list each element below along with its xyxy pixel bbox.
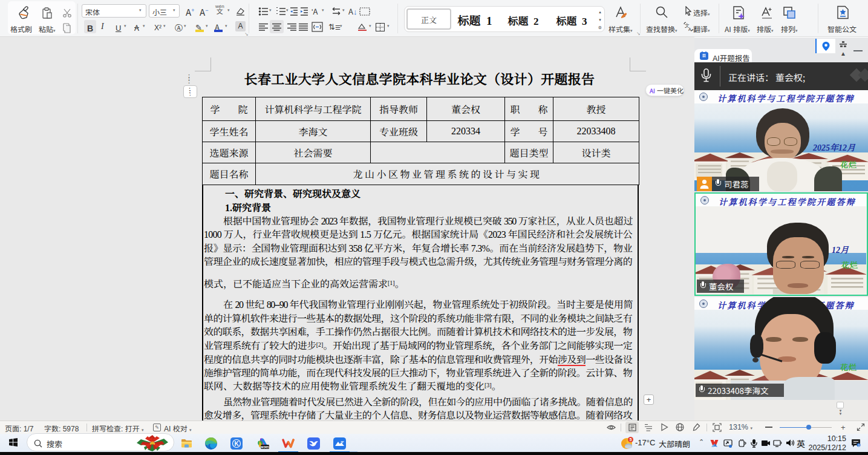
svg-text:M365: M365	[261, 445, 269, 449]
svg-text:A: A	[688, 27, 691, 31]
svg-text:5: 5	[630, 437, 632, 442]
svg-text:3: 3	[858, 444, 860, 447]
svg-text:K: K	[234, 440, 239, 447]
